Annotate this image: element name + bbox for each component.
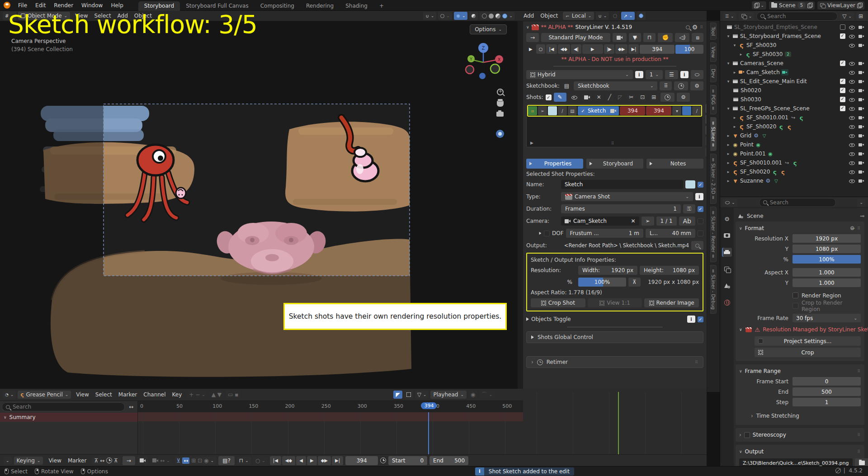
footer-menu-item[interactable]: View [45,457,64,464]
sync-arrow-button[interactable]: → [123,456,135,465]
eyedropper-icon[interactable]: ╱ [606,93,613,101]
shots-enable-checkbox[interactable]: ✓ [546,94,552,100]
use-preview-range-icon[interactable] [380,457,386,463]
disable-render-icon[interactable] [858,106,864,112]
options-dropdown-icon[interactable]: ⌄ [857,198,865,207]
outliner-row[interactable]: ▾ SL_Storyboard_Frames_Scene [720,32,868,41]
frame-range-field[interactable]: 500 [793,387,861,396]
row-name[interactable]: Grid [740,132,751,139]
tab-world[interactable] [722,298,732,307]
duplicate-shot-icon[interactable]: ⊞ [649,93,658,101]
disable-render-icon[interactable] [858,151,864,157]
channel-move-icons[interactable]: ▲ ▼ [209,391,224,399]
dopesheet-menu-item[interactable]: Marker [115,391,140,398]
exclude-checkbox[interactable] [840,88,845,93]
shots-list[interactable]: ⠶ ➢ / ▤ ✓ Sketch 394 394 ▾ [526,104,703,147]
row-name[interactable]: SF_Sh0020 [746,123,776,130]
time-stretching-header[interactable]: ›Time Stretching [739,411,861,421]
aspect-value-field[interactable]: 1.000 [793,268,861,277]
play-button[interactable]: ▶ [582,44,603,54]
sketchbook-selector[interactable]: Sketchbook⌄ [574,81,657,90]
expand-closed-icon[interactable]: ▸ [726,151,731,156]
record-icon[interactable]: ○ [536,44,546,54]
audio-icon-button[interactable]: ◁) [675,33,689,42]
disable-render-icon[interactable] [858,97,864,103]
framerate-selector[interactable]: 30 fps⌄ [793,314,861,322]
outliner-row[interactable]: Sh0030 [720,95,868,104]
npanel-tab[interactable]: View [710,42,717,62]
workspace-tab[interactable]: Compositing [255,1,300,11]
format-value-field[interactable]: 1080 px [793,245,861,253]
camera-field[interactable]: Cam_Sketch✕ [561,217,639,226]
rename-ab-button[interactable]: Ab [679,217,695,226]
row-name[interactable]: SL_Storyboard_Empties_Scene [734,24,817,30]
workspace-tab[interactable]: + [373,1,390,11]
prev-frame-button[interactable]: ◀| [571,44,581,54]
crop-button[interactable]: Crop [755,348,861,357]
disable-render-icon[interactable] [858,79,864,85]
shot-name-cell[interactable]: ✓ Sketch [578,106,619,115]
montage-icon-button[interactable] [613,33,627,42]
list-expand-icon[interactable]: ▶ [530,141,533,145]
hide-eye-icon[interactable] [849,115,855,121]
pin-icon[interactable]: ⊸ [860,213,864,219]
outliner-row[interactable]: ▸ SF_Sh0020 [720,167,868,176]
storyliner-tab[interactable]: Notes [646,159,703,169]
disable-render-icon[interactable] [858,24,864,30]
menu-item[interactable]: File [14,1,31,10]
overlays-toggle-icon[interactable] [637,12,646,20]
insert-key-icons[interactable]: + − ⌄ [187,391,207,399]
tweak-select-icon[interactable]: ◤ [393,391,402,399]
hide-eye-icon[interactable] [849,79,855,85]
row-name[interactable]: Point.001 [740,151,766,157]
row-name[interactable]: Sh0030 [741,96,761,103]
snap-icon[interactable]: ∪⌄ [596,12,609,20]
exclude-checkbox[interactable] [840,24,845,30]
orientation-selector[interactable]: ⌐Local⌄ [563,12,594,20]
exclude-checkbox[interactable] [840,61,845,66]
row-name[interactable]: Point [740,141,754,148]
outliner-row[interactable]: SL_Storyboard_Empties_Scene [720,23,868,32]
expand-closed-icon[interactable]: ▸ [732,124,737,129]
clear-camera-icon[interactable]: ✕ [631,218,635,224]
open-output-folder-icon[interactable] [691,241,703,250]
navigation-gizmo[interactable]: Z X Y [462,42,505,80]
select-range-icon[interactable]: ⊡ [638,93,647,101]
outliner-row[interactable]: ▸ SF_Sh0010.001 [720,158,868,167]
npanel-tab[interactable]: = PGG = [710,85,717,114]
expand-open-icon[interactable]: ▾ [732,43,737,47]
hide-eye-icon[interactable] [849,142,855,148]
help-book-icon[interactable]: ▤? [218,456,235,465]
menu-item[interactable]: Window [77,1,107,10]
layout-mode-selector[interactable]: Hybrid⌄ [526,70,633,79]
npanel-tab[interactable]: = SLiner - Debug [710,265,717,314]
camera-view-icon[interactable] [496,112,504,117]
expand-closed-icon[interactable]: ▸ [726,133,731,138]
viewlayer-selector[interactable]: ViewLayer [817,1,864,9]
exclude-checkbox[interactable] [840,33,845,39]
shots-global-control-panel[interactable]: Shots Global Control [526,331,703,343]
marker-sync-icon[interactable]: ✕ [594,93,604,101]
expand-closed-icon[interactable]: ▸ [726,142,731,147]
format-panel-header[interactable]: ∨Format ⚙̶⠿ [739,224,861,233]
outliner-row[interactable]: ▸ Point.001 [720,149,868,158]
display-mode-icon[interactable]: ⌄ [739,12,755,20]
toggle-camera-view-icon[interactable] [496,130,504,138]
hide-eye-icon[interactable] [849,88,855,94]
draw-pencil-button[interactable]: ✎ [554,93,566,102]
dof-checkbox[interactable] [544,231,550,236]
tab-tool[interactable] [722,214,732,223]
expand-closed-icon[interactable]: ▸ [726,179,731,183]
play-mode-selector[interactable]: Standard Play Mode [541,33,610,42]
editor-type-icon[interactable]: ⬭⌄ [723,198,737,207]
play-button[interactable]: ▶ [307,456,317,465]
filter-funnel-icon[interactable]: ▽⌄ [840,12,854,20]
gizmo-toggle-icon[interactable]: ⌄ [454,12,468,20]
row-name[interactable]: Cameras_Scene [740,60,783,66]
hide-eye-icon[interactable] [849,70,855,75]
objects-toggle-expand-icon[interactable] [526,317,529,321]
pick-camera-icon[interactable]: ➢ [642,217,654,226]
row-name[interactable]: SF_Sh0030 [753,51,783,57]
dopesheet-menu-item[interactable]: Select [92,391,115,398]
gizmo-toggle-icon[interactable]: ↗⌄ [621,12,635,20]
